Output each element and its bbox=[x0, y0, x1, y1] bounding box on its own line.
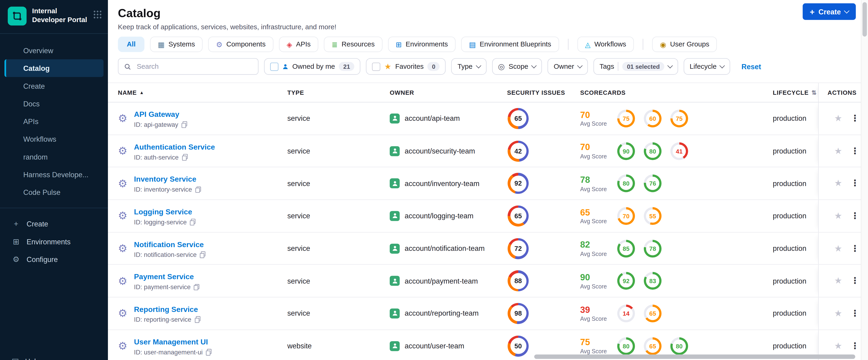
favorites-filter[interactable]: ★ Favorites 0 bbox=[366, 58, 446, 75]
type-cell: service bbox=[287, 135, 390, 167]
entity-name-link[interactable]: Payment Service bbox=[134, 273, 194, 281]
sidebar-item-apis[interactable]: APIs bbox=[0, 112, 108, 130]
scorecard-ring: 90 bbox=[617, 142, 635, 160]
sidebar-item-overview[interactable]: Overview bbox=[0, 41, 108, 59]
vertical-scrollbar-thumb[interactable] bbox=[862, 2, 867, 37]
copy-icon[interactable] bbox=[190, 219, 196, 225]
avg-score: 70Avg Score bbox=[580, 110, 609, 127]
sidebar-item-environments[interactable]: ⊞Environments bbox=[0, 233, 108, 250]
kebab-menu-icon[interactable]: ⋮ bbox=[850, 212, 859, 220]
lifecycle-dropdown[interactable]: Lifecycle bbox=[683, 58, 731, 75]
search-input[interactable] bbox=[135, 62, 252, 71]
favorite-star-icon[interactable]: ★ bbox=[834, 114, 842, 123]
kebab-menu-icon[interactable]: ⋮ bbox=[850, 244, 859, 253]
tab-resources[interactable]: ≣Resources bbox=[324, 36, 382, 52]
column-header-name[interactable]: NAME ▲ bbox=[118, 83, 287, 102]
scorecard-value: 90 bbox=[619, 144, 633, 157]
favorite-star-icon[interactable]: ★ bbox=[834, 179, 842, 188]
copy-icon[interactable] bbox=[194, 284, 199, 290]
kebab-menu-icon[interactable]: ⋮ bbox=[850, 277, 859, 286]
entity-name-link[interactable]: Reporting Service bbox=[134, 305, 198, 313]
tab-all[interactable]: All bbox=[118, 36, 144, 52]
vertical-scrollbar[interactable] bbox=[861, 0, 868, 360]
copy-icon[interactable] bbox=[195, 317, 200, 323]
scope-dropdown-label: Scope bbox=[509, 62, 528, 70]
horizontal-scrollbar[interactable] bbox=[534, 354, 855, 359]
tab-label: Systems bbox=[168, 40, 195, 48]
scope-dropdown[interactable]: ◎ Scope bbox=[492, 58, 542, 75]
entity-name-link[interactable]: Logging Service bbox=[134, 208, 192, 216]
avg-score-value: 78 bbox=[580, 175, 609, 185]
type-dropdown[interactable]: Type bbox=[452, 58, 487, 75]
owner-dropdown[interactable]: Owner bbox=[548, 58, 588, 75]
favorite-star-icon[interactable]: ★ bbox=[834, 212, 842, 220]
search-icon bbox=[124, 63, 131, 70]
entity-name-link[interactable]: API Gateway bbox=[134, 110, 179, 118]
search-box[interactable] bbox=[118, 58, 258, 75]
tags-selected-count: 01 selected bbox=[622, 62, 664, 71]
chevron-down-icon bbox=[720, 63, 725, 68]
tab-environment-blueprints[interactable]: ▤Environment Blueprints bbox=[461, 36, 559, 52]
avg-score-label: Avg Score bbox=[580, 185, 609, 192]
favorite-star-icon[interactable]: ★ bbox=[834, 277, 842, 286]
create-button[interactable]: + Create bbox=[803, 3, 856, 20]
sidebar-item-create[interactable]: +Create bbox=[0, 215, 108, 233]
copy-icon[interactable] bbox=[182, 121, 187, 127]
sidebar-item-configure[interactable]: ⚙Configure bbox=[0, 250, 108, 268]
environments-icon: ⊞ bbox=[11, 238, 21, 245]
lifecycle-cell: production bbox=[773, 102, 818, 134]
copy-icon[interactable] bbox=[206, 349, 211, 355]
owned-by-me-checkbox[interactable] bbox=[270, 62, 279, 70]
entity-name-link[interactable]: Inventory Service bbox=[134, 175, 196, 183]
kebab-menu-icon[interactable]: ⋮ bbox=[850, 147, 859, 155]
favorite-star-icon[interactable]: ★ bbox=[834, 147, 842, 155]
table-row: ⚙Inventory ServiceID: inventory-services… bbox=[108, 168, 868, 200]
avg-score-label: Avg Score bbox=[580, 283, 609, 290]
entity-id-text: ID: payment-service bbox=[134, 284, 190, 291]
favorite-star-icon[interactable]: ★ bbox=[834, 244, 842, 253]
column-header-scorecards[interactable]: SCORECARDS bbox=[573, 83, 773, 102]
tags-dropdown[interactable]: Tags 01 selected bbox=[593, 58, 678, 75]
tab-environments[interactable]: ⊞Environments bbox=[388, 36, 456, 52]
kebab-menu-icon[interactable]: ⋮ bbox=[850, 179, 859, 188]
tab-systems[interactable]: ▦Systems bbox=[150, 36, 203, 52]
column-header-owner[interactable]: OWNER bbox=[390, 83, 504, 102]
sidebar-item-create[interactable]: Create bbox=[0, 77, 108, 94]
scorecard-ring: 80 bbox=[644, 142, 661, 160]
sidebar-item-help[interactable]: ▣ Help bbox=[0, 353, 40, 360]
copy-icon[interactable] bbox=[182, 154, 188, 160]
sidebar-item-harness-develope[interactable]: Harness Develope... bbox=[0, 166, 108, 183]
chevron-down-icon bbox=[475, 63, 481, 68]
entity-name-link[interactable]: Notification Service bbox=[134, 240, 204, 248]
sidebar-item-docs[interactable]: Docs bbox=[0, 95, 108, 112]
reset-button[interactable]: Reset bbox=[742, 62, 761, 70]
tab-components[interactable]: ⚙Components bbox=[208, 36, 273, 52]
entity-name-link[interactable]: Authentication Service bbox=[134, 143, 215, 151]
sidebar-item-catalog[interactable]: Catalog bbox=[4, 59, 103, 77]
owned-by-me-filter[interactable]: Owned by me 21 bbox=[264, 58, 361, 75]
column-header-lifecycle[interactable]: LIFECYCLE ⇅ bbox=[773, 83, 818, 102]
favorite-star-icon[interactable]: ★ bbox=[834, 341, 842, 350]
favorite-star-icon[interactable]: ★ bbox=[834, 309, 842, 318]
avg-score-value: 70 bbox=[580, 110, 609, 120]
kebab-menu-icon[interactable]: ⋮ bbox=[850, 309, 859, 318]
kebab-menu-icon[interactable]: ⋮ bbox=[850, 341, 859, 350]
tab-apis[interactable]: ◈APIs bbox=[279, 36, 318, 52]
sidebar-item-random[interactable]: random bbox=[0, 148, 108, 166]
table-row: ⚙Notification ServiceID: notification-se… bbox=[108, 233, 868, 265]
tab-user-groups[interactable]: ◉User Groups bbox=[652, 36, 717, 52]
kebab-menu-icon[interactable]: ⋮ bbox=[850, 114, 859, 123]
column-header-type[interactable]: TYPE bbox=[287, 83, 390, 102]
apps-grid-icon[interactable] bbox=[93, 10, 101, 19]
tab-workflows[interactable]: ◬Workflows bbox=[577, 36, 634, 52]
favorites-checkbox[interactable] bbox=[372, 62, 381, 70]
copy-icon[interactable] bbox=[195, 186, 201, 192]
entity-name-link[interactable]: User Management UI bbox=[134, 338, 208, 346]
copy-icon[interactable] bbox=[200, 251, 206, 258]
sidebar-item-workflows[interactable]: Workflows bbox=[0, 130, 108, 148]
column-header-security-issues[interactable]: SECURITY ISSUES bbox=[504, 83, 573, 102]
entity-id: ID: api-gateway bbox=[134, 121, 187, 128]
sidebar-item-code-pulse[interactable]: Code Pulse bbox=[0, 183, 108, 201]
security-issues-value: 98 bbox=[510, 305, 526, 322]
owned-by-me-count: 21 bbox=[339, 62, 354, 71]
